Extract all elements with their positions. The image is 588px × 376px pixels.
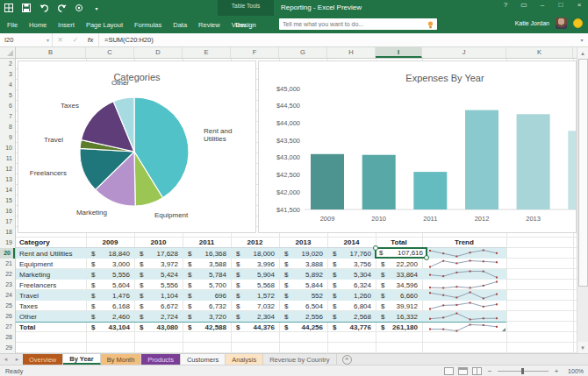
- restore-icon[interactable]: □: [556, 1, 566, 9]
- row-header-18[interactable]: 18: [0, 227, 15, 238]
- scroll-up-icon[interactable]: ▲: [577, 47, 588, 59]
- row-header-27[interactable]: 27: [0, 322, 15, 332]
- table-total-row[interactable]: Total$43,104$43,080$42,588$44,376$44,256…: [16, 322, 506, 332]
- value-cell-2012[interactable]: $2,304: [231, 311, 279, 322]
- category-cell[interactable]: Rent and Utilities: [16, 248, 86, 259]
- column-header-2013[interactable]: 2013: [279, 238, 327, 248]
- vertical-scrollbar[interactable]: ▲ ▼: [577, 47, 588, 353]
- expenses-table[interactable]: Category200920102011201220132014TotalTre…: [16, 238, 506, 332]
- value-cell-2010[interactable]: $3,972: [134, 259, 183, 269]
- value-cell-2011[interactable]: $5,784: [183, 269, 231, 280]
- user-avatar[interactable]: [556, 18, 567, 29]
- row-header-3[interactable]: 3: [0, 69, 15, 80]
- formula-input[interactable]: =SUM(C20:H20): [99, 33, 576, 46]
- ribbon-tab-design[interactable]: Design: [218, 16, 274, 33]
- value-cell-2012[interactable]: $44,376: [231, 322, 279, 332]
- column-header-2011[interactable]: 2011: [183, 238, 231, 248]
- selection-handle-icon[interactable]: [424, 255, 429, 260]
- column-header-trend[interactable]: Trend: [422, 238, 506, 248]
- trend-sparkline[interactable]: [422, 290, 506, 301]
- value-cell-2009[interactable]: $1,476: [86, 290, 134, 301]
- row-header-6[interactable]: 6: [0, 101, 15, 111]
- bar-chart[interactable]: Expenses By Year$45,000$44,500$44,000$43…: [258, 60, 577, 233]
- value-cell-2012[interactable]: $5,904: [231, 269, 279, 280]
- touch-mode-icon[interactable]: [74, 3, 84, 13]
- insert-function-icon[interactable]: fx: [88, 36, 94, 44]
- value-cell-2009[interactable]: $5,604: [86, 280, 134, 290]
- column-header-category[interactable]: Category: [16, 238, 86, 248]
- table-resize-handle[interactable]: [502, 328, 506, 331]
- bar-2014[interactable]: [568, 131, 576, 209]
- row-header-13[interactable]: 13: [0, 174, 15, 185]
- zoom-slider-thumb[interactable]: [521, 368, 524, 374]
- table-row-marketing[interactable]: Marketing$5,556$5,424$5,784$5,904$5,892$…: [16, 269, 506, 280]
- row-header-9[interactable]: 9: [0, 132, 15, 143]
- column-header-g[interactable]: G: [279, 47, 327, 58]
- value-cell-2013[interactable]: $552: [279, 290, 327, 301]
- value-cell-2009[interactable]: $18,840: [86, 248, 134, 259]
- table-row-freelancers[interactable]: Freelancers$5,604$5,556$5,700$5,568$5,84…: [16, 280, 506, 290]
- value-cell-2013[interactable]: $5,844: [279, 280, 327, 290]
- row-header-19[interactable]: 19: [0, 238, 15, 248]
- close-icon[interactable]: ×: [574, 1, 584, 9]
- sheet-nav-right-icon[interactable]: ▸: [16, 356, 19, 363]
- row-header-23[interactable]: 23: [0, 280, 15, 290]
- name-box-caret-icon[interactable]: ▾: [47, 37, 49, 43]
- value-cell-2014[interactable]: $6,324: [327, 280, 376, 290]
- sheet-tab-customers[interactable]: Customers: [181, 354, 226, 365]
- category-cell[interactable]: Equipment: [16, 259, 86, 269]
- enter-icon[interactable]: ✓: [73, 36, 78, 44]
- row-header-22[interactable]: 22: [0, 269, 15, 280]
- column-header-b[interactable]: B: [16, 47, 86, 58]
- value-cell-2010[interactable]: $1,104: [134, 290, 183, 301]
- value-cell-2014[interactable]: $3,756: [327, 259, 376, 269]
- value-cell-2009[interactable]: $3,000: [86, 259, 134, 269]
- value-cell-2014[interactable]: $43,776: [327, 322, 376, 332]
- table-row-travel[interactable]: Travel$1,476$1,104$696$1,572$552$1,260$6…: [16, 290, 506, 301]
- row-header-4[interactable]: 4: [0, 80, 15, 90]
- value-cell-2011[interactable]: $6,732: [183, 301, 231, 311]
- vertical-scroll-thumb[interactable]: [578, 59, 588, 287]
- name-box[interactable]: I20 ▾: [0, 33, 53, 46]
- row-header-20[interactable]: 20: [0, 248, 15, 259]
- ribbon-tab-formulas[interactable]: Formulas: [134, 21, 161, 29]
- value-cell-2013[interactable]: $2,556: [279, 311, 327, 322]
- cancel-icon[interactable]: ✕: [57, 36, 62, 44]
- value-cell-2014[interactable]: $1,260: [327, 290, 376, 301]
- zoom-out-icon[interactable]: −: [486, 367, 493, 375]
- normal-view-icon[interactable]: [444, 367, 454, 375]
- zoom-slider[interactable]: [498, 371, 549, 372]
- ribbon-tab-page-layout[interactable]: Page Layout: [86, 21, 123, 29]
- row-header-12[interactable]: 12: [0, 164, 15, 174]
- ribbon-options-icon[interactable]: ▭: [519, 1, 529, 9]
- row-header-11[interactable]: 11: [0, 153, 15, 164]
- table-row-other[interactable]: Other$2,460$2,724$3,720$2,304$2,556$2,56…: [16, 311, 506, 322]
- help-icon[interactable]: ?: [500, 1, 511, 9]
- row-header-26[interactable]: 26: [0, 311, 15, 322]
- column-header-2009[interactable]: 2009: [86, 238, 134, 248]
- value-cell-2010[interactable]: $17,628: [134, 248, 183, 259]
- trend-sparkline[interactable]: [422, 269, 506, 280]
- customize-qat-icon[interactable]: ▾: [91, 3, 102, 13]
- sheet-tab-by-month[interactable]: By Month: [101, 354, 142, 365]
- row-header-28[interactable]: 28: [0, 332, 15, 343]
- excel-app-icon[interactable]: [4, 3, 14, 13]
- trend-sparkline[interactable]: [422, 280, 506, 290]
- row-header-15[interactable]: 15: [0, 195, 15, 206]
- save-icon[interactable]: [21, 3, 32, 13]
- column-header-k[interactable]: K: [506, 47, 573, 58]
- total-cell[interactable]: $6,660: [376, 290, 422, 301]
- sheet-tab-overview[interactable]: Overview: [23, 354, 63, 365]
- column-header-i[interactable]: I: [376, 47, 422, 58]
- bar-2009[interactable]: [311, 154, 344, 209]
- bar-2012[interactable]: [465, 110, 498, 209]
- feedback-smiley-icon[interactable]: [573, 18, 583, 28]
- value-cell-2013[interactable]: $3,888: [279, 259, 327, 269]
- row-header-25[interactable]: 25: [0, 301, 15, 311]
- row-header-8[interactable]: 8: [0, 122, 15, 132]
- value-cell-2011[interactable]: $5,700: [183, 280, 231, 290]
- sheet-nav-left-icon[interactable]: ◂: [4, 356, 8, 363]
- trend-sparkline[interactable]: [422, 322, 506, 332]
- value-cell-2010[interactable]: $6,672: [134, 301, 183, 311]
- category-cell[interactable]: Other: [16, 311, 86, 322]
